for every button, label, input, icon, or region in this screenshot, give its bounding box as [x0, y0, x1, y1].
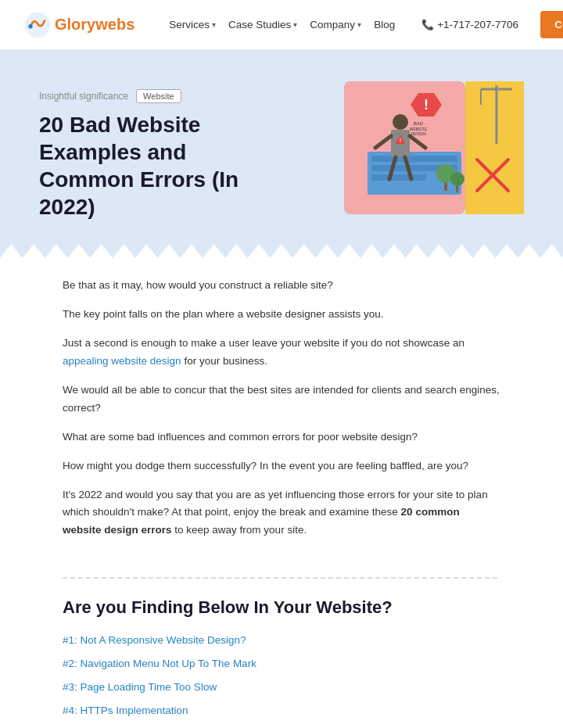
chevron-down-icon: ▾	[212, 20, 216, 29]
paragraph-6: How might you dodge them successfully? I…	[63, 457, 500, 475]
svg-rect-24	[444, 183, 447, 191]
nav-company[interactable]: Company ▾	[305, 16, 366, 34]
svg-point-15	[393, 114, 408, 130]
list-item: #4: HTTPs Implementation	[63, 704, 500, 716]
paragraph-1: Be that as it may, how would you constru…	[63, 277, 500, 295]
contact-us-button[interactable]: CONTACT US	[540, 11, 563, 38]
toc-link-3[interactable]: #3: Page Loading Time Too Slow	[63, 681, 217, 693]
paragraph-7: It's 2022 and would you say that you are…	[63, 486, 500, 540]
hero-illustration-area: ! BAD WEBSITE DESIGN !	[336, 81, 524, 218]
svg-text:!: !	[400, 138, 401, 143]
paragraph-2: The key point falls on the plan where a …	[63, 306, 500, 324]
svg-point-1	[28, 24, 32, 28]
list-item: #2: Navigation Menu Not Up To The Mark	[63, 657, 500, 669]
paragraph-4: We would all be able to concur that the …	[63, 382, 500, 418]
finding-section: Are you Finding Below In Your Website? #…	[0, 597, 563, 728]
hero-content: Insightful significance Website 20 Bad W…	[39, 81, 321, 244]
svg-text:!: !	[424, 97, 429, 113]
chevron-down-icon: ▾	[357, 20, 361, 29]
svg-rect-26	[456, 186, 458, 192]
toc-link-4[interactable]: #4: HTTPs Implementation	[63, 705, 188, 716]
bold-errors-text: 20 common website design errors	[63, 506, 460, 536]
website-badge: Website	[136, 89, 181, 103]
logo-icon	[23, 11, 52, 39]
hero-eyebrow: Insightful significance Website	[39, 89, 321, 103]
article-body: Be that as it may, how would you constru…	[0, 258, 563, 569]
paragraph-5: What are some bad influences and common …	[63, 429, 500, 446]
toc-link-1[interactable]: #1: Not A Responsive Website Design?	[63, 634, 246, 646]
list-item: #1: Not A Responsive Website Design?	[63, 633, 500, 646]
chevron-down-icon: ▾	[293, 20, 297, 29]
nav-case-studies[interactable]: Case Studies ▾	[224, 16, 302, 34]
toc-list: #1: Not A Responsive Website Design? #2:…	[63, 633, 500, 728]
section-divider	[63, 577, 500, 579]
hero-illustration-svg: ! BAD WEBSITE DESIGN !	[344, 81, 524, 214]
svg-rect-3	[465, 81, 524, 214]
main-nav: Services ▾ Case Studies ▾ Company ▾ Blog	[164, 16, 400, 34]
finding-section-title: Are you Finding Below In Your Website?	[63, 597, 500, 618]
list-item: #3: Page Loading Time Too Slow	[63, 680, 500, 693]
svg-point-25	[450, 172, 464, 186]
hero-banner: Insightful significance Website 20 Bad W…	[0, 50, 563, 244]
wavy-divider	[0, 244, 563, 258]
svg-text:DESIGN: DESIGN	[411, 131, 426, 136]
logo[interactable]: Glorywebs	[23, 11, 134, 39]
appealing-website-design-link[interactable]: appealing website design	[63, 355, 181, 367]
nav-services[interactable]: Services ▾	[164, 16, 221, 34]
phone-icon: 📞	[421, 19, 434, 30]
phone-number[interactable]: 📞 +1-717-207-7706	[421, 19, 518, 30]
site-header: Glorywebs Services ▾ Case Studies ▾ Comp…	[0, 0, 563, 50]
svg-rect-7	[371, 174, 426, 181]
paragraph-3: Just a second is enough to make a user l…	[63, 335, 500, 371]
svg-text:BAD: BAD	[414, 121, 424, 126]
nav-blog[interactable]: Blog	[369, 16, 400, 34]
svg-rect-5	[371, 156, 457, 162]
hero-title: 20 Bad Website Examples and Common Error…	[39, 111, 274, 221]
logo-text: Glorywebs	[55, 16, 134, 34]
toc-link-2[interactable]: #2: Navigation Menu Not Up To The Mark	[63, 658, 256, 669]
